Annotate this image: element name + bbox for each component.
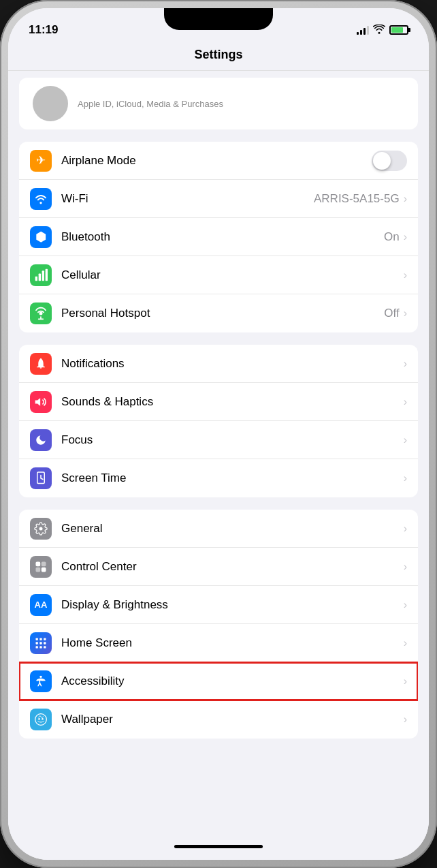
notifications-group: Notifications › Sounds & Haptics (19, 345, 418, 497)
wifi-icon (30, 188, 52, 210)
accessibility-icon (30, 670, 52, 692)
hotspot-icon (30, 303, 52, 324)
svg-rect-18 (39, 646, 42, 648)
signal-icon (357, 25, 369, 35)
svg-rect-15 (39, 642, 42, 644)
wifi-status-icon (373, 25, 385, 36)
wallpaper-row[interactable]: Wallpaper › (19, 700, 418, 739)
status-icons (357, 25, 408, 36)
notifications-label: Notifications (61, 357, 404, 371)
focus-chevron: › (404, 434, 407, 446)
home-screen-label: Home Screen (61, 636, 404, 650)
sounds-row[interactable]: Sounds & Haptics › (19, 383, 418, 421)
svg-rect-12 (39, 638, 42, 640)
wifi-label: Wi-Fi (61, 192, 314, 206)
control-center-icon (30, 556, 52, 578)
notch (164, 8, 273, 30)
wallpaper-icon (30, 709, 52, 730)
phone-frame: 11:19 (0, 0, 437, 868)
cellular-row[interactable]: Cellular › (19, 256, 418, 294)
focus-row[interactable]: Focus › (19, 421, 418, 459)
control-center-label: Control Center (61, 560, 404, 574)
home-indicator (8, 833, 429, 860)
cellular-icon (30, 264, 52, 286)
svg-point-20 (39, 675, 42, 677)
svg-point-4 (39, 312, 43, 315)
svg-point-22 (38, 718, 40, 720)
svg-rect-10 (42, 567, 46, 572)
phone-screen: 11:19 (8, 8, 429, 860)
bluetooth-row[interactable]: ⬢ Bluetooth On › (19, 218, 418, 256)
general-group: General › Control (19, 510, 418, 739)
connectivity-group: ✈ Airplane Mode (19, 142, 418, 332)
notifications-chevron: › (404, 358, 407, 370)
hotspot-label: Personal Hotspot (61, 307, 384, 320)
hotspot-row[interactable]: Personal Hotspot Off › (19, 294, 418, 332)
cellular-label: Cellular (61, 268, 404, 282)
svg-rect-14 (36, 642, 38, 644)
home-bar (174, 845, 263, 848)
screen-time-row[interactable]: Screen Time › (19, 459, 418, 497)
screen-time-label: Screen Time (61, 471, 404, 485)
wifi-value: ARRIS-5A15-5G (314, 192, 400, 206)
svg-rect-2 (42, 270, 44, 281)
bluetooth-value: On (384, 230, 400, 244)
svg-rect-19 (44, 646, 46, 648)
svg-rect-16 (44, 642, 46, 644)
cellular-chevron: › (404, 269, 407, 281)
home-screen-row[interactable]: Home Screen › (19, 624, 418, 662)
screen-content: 11:19 (8, 8, 429, 860)
sounds-label: Sounds & Haptics (61, 395, 404, 409)
notifications-row[interactable]: Notifications › (19, 345, 418, 383)
svg-rect-17 (36, 646, 38, 648)
settings-content[interactable]: Apple ID, iCloud, Media & Purchases ✈ Ai… (8, 71, 429, 833)
general-chevron: › (404, 523, 407, 535)
wifi-row[interactable]: Wi-Fi ARRIS-5A15-5G › (19, 180, 418, 218)
accessibility-label: Accessibility (61, 675, 404, 688)
hotspot-chevron: › (404, 307, 407, 320)
svg-rect-9 (36, 567, 41, 572)
svg-rect-0 (35, 276, 37, 281)
display-chevron: › (404, 599, 407, 611)
control-center-row[interactable]: Control Center › (19, 548, 418, 586)
bluetooth-icon: ⬢ (30, 226, 52, 248)
sounds-icon (30, 391, 52, 413)
battery-fill (391, 27, 403, 33)
accessibility-chevron: › (404, 675, 407, 687)
airplane-mode-toggle[interactable] (372, 151, 407, 171)
bluetooth-chevron: › (404, 231, 407, 243)
profile-row[interactable]: Apple ID, iCloud, Media & Purchases (19, 78, 418, 129)
airplane-mode-label: Airplane Mode (61, 154, 372, 168)
general-label: General (61, 522, 404, 536)
svg-point-6 (39, 527, 43, 530)
control-center-chevron: › (404, 561, 407, 573)
status-time: 11:19 (29, 23, 58, 37)
airplane-mode-icon: ✈ (30, 150, 52, 172)
focus-label: Focus (61, 433, 404, 447)
screen-time-chevron: › (404, 472, 407, 484)
page-title: Settings (194, 48, 242, 61)
sounds-chevron: › (404, 396, 407, 408)
battery-icon (389, 25, 408, 35)
wifi-chevron: › (404, 193, 407, 205)
general-icon (30, 518, 52, 540)
svg-rect-3 (46, 268, 48, 281)
focus-icon (30, 429, 52, 451)
svg-rect-1 (39, 273, 41, 281)
wallpaper-chevron: › (404, 713, 407, 726)
hotspot-value: Off (384, 307, 399, 320)
svg-rect-7 (36, 561, 41, 566)
notifications-icon (30, 353, 52, 375)
navigation-bar: Settings (8, 42, 429, 71)
airplane-mode-row[interactable]: ✈ Airplane Mode (19, 142, 418, 180)
bluetooth-label: Bluetooth (61, 230, 384, 244)
svg-rect-11 (36, 638, 38, 640)
general-row[interactable]: General › (19, 510, 418, 548)
svg-point-23 (42, 718, 44, 720)
avatar (33, 86, 68, 121)
accessibility-row[interactable]: Accessibility › (19, 662, 418, 700)
wallpaper-label: Wallpaper (61, 713, 404, 726)
svg-rect-13 (44, 638, 46, 640)
display-row[interactable]: AA Display & Brightness › (19, 586, 418, 624)
screen-time-icon (30, 467, 52, 489)
